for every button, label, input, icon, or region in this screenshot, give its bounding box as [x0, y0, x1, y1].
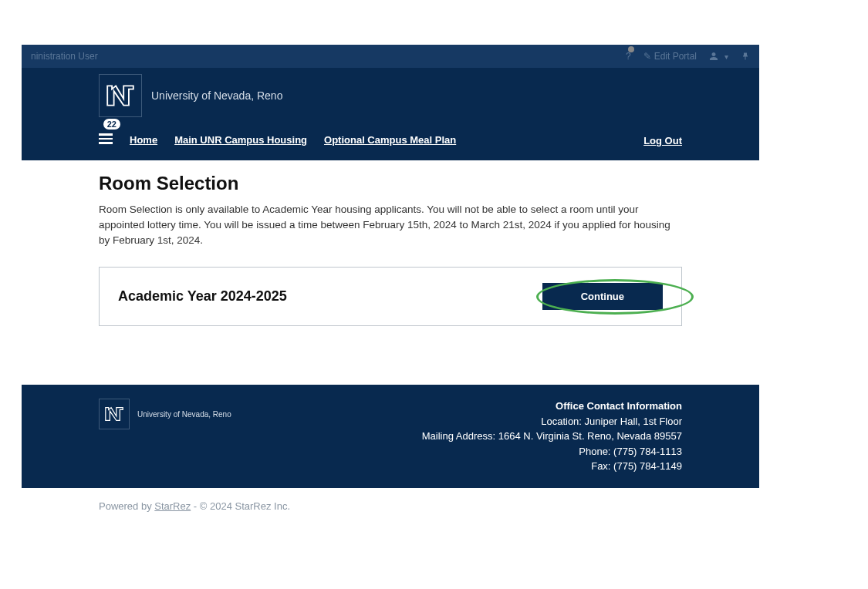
pencil-icon: ✎: [643, 51, 651, 62]
main-content: Room Selection Room Selection is only av…: [22, 160, 759, 358]
footer-contact: Office Contact Information Location: Jun…: [422, 399, 682, 474]
user-menu-icon[interactable]: [709, 52, 728, 61]
nav-main-housing[interactable]: Main UNR Campus Housing: [174, 134, 307, 146]
edit-portal-link[interactable]: ✎ Edit Portal: [643, 51, 697, 62]
menu-toggle[interactable]: 22: [99, 131, 113, 150]
contact-fax: Fax: (775) 784-1149: [422, 459, 682, 474]
admin-user-label: ninistration User: [31, 51, 98, 62]
logo-n-icon: [104, 79, 137, 112]
hamburger-icon: [99, 131, 113, 146]
footer-logo-n-icon: [103, 403, 125, 425]
term-selection-card: Academic Year 2024-2025 Continue: [99, 267, 682, 326]
admin-actions: ? ✎ Edit Portal: [626, 51, 750, 62]
notification-dot: [628, 46, 634, 52]
nav-meal-plan[interactable]: Optional Campus Meal Plan: [324, 134, 456, 146]
powered-by: Powered by StarRez - © 2024 StarRez Inc.: [22, 488, 759, 524]
contact-phone: Phone: (775) 784-1113: [422, 444, 682, 459]
edit-portal-label: Edit Portal: [654, 51, 697, 62]
admin-toolbar: ninistration User ? ✎ Edit Portal: [22, 45, 759, 68]
contact-mailing: Mailing Address: 1664 N. Virginia St. Re…: [422, 429, 682, 444]
page-title: Room Selection: [99, 173, 682, 194]
footer-brand: University of Nevada, Reno: [99, 399, 231, 429]
intro-text: Room Selection is only available to Acad…: [99, 202, 682, 249]
university-name: University of Nevada, Reno: [151, 89, 282, 102]
pushpin-icon[interactable]: [741, 52, 750, 61]
contact-location: Location: Juniper Hall, 1st Floor: [422, 414, 682, 429]
powered-prefix: Powered by: [99, 500, 154, 512]
contact-heading: Office Contact Information: [422, 399, 682, 414]
powered-suffix: - © 2024 StarRez Inc.: [191, 500, 290, 512]
logo-box: [99, 74, 142, 117]
nav-logout[interactable]: Log Out: [643, 135, 682, 146]
menu-badge: 22: [103, 119, 120, 130]
help-icon[interactable]: ?: [626, 51, 631, 62]
main-nav: 22 Home Main UNR Campus Housing Optional…: [22, 123, 759, 160]
header: University of Nevada, Reno: [22, 68, 759, 123]
powered-link[interactable]: StarRez: [154, 500, 191, 512]
nav-home[interactable]: Home: [130, 134, 157, 146]
footer: University of Nevada, Reno Office Contac…: [22, 385, 759, 488]
continue-button[interactable]: Continue: [542, 283, 663, 310]
footer-logo-box: [99, 399, 130, 429]
term-title: Academic Year 2024-2025: [118, 288, 287, 305]
footer-university-name: University of Nevada, Reno: [137, 410, 231, 419]
